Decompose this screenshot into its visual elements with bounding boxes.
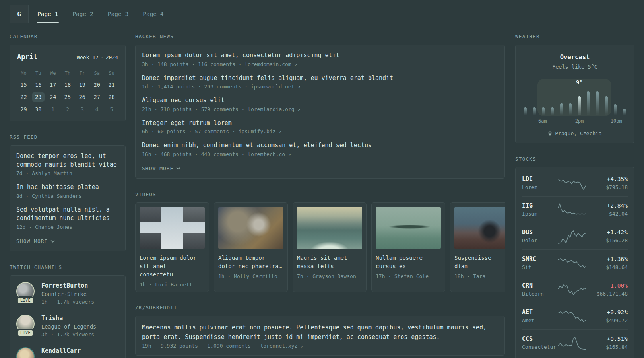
video-thumbnail[interactable] <box>218 207 283 249</box>
subreddit-post-title[interactable]: Maecenas mollis pulvinar erat non posuer… <box>142 323 498 342</box>
stock-symbol: DBS <box>522 228 558 237</box>
video-thumbnail[interactable] <box>454 207 505 249</box>
video-thumbnail[interactable] <box>376 207 441 249</box>
video-card[interactable]: Aliquam tempor dolor nec pharetra… 1h · … <box>214 202 288 292</box>
stock-row[interactable]: LDI Lorem +4.35% $795.18 <box>522 170 628 196</box>
stock-row[interactable]: DBS Dolor +1.42% $156.28 <box>522 223 628 249</box>
twitch-section: TWITCH CHANNELS LIVE ForrestBurton Count… <box>10 264 126 358</box>
stock-values-block: +0.51% $165.84 <box>587 335 628 351</box>
stock-sparkline <box>558 335 587 351</box>
video-card[interactable]: Lorem ipsum dolor sit amet consectetu… 1… <box>135 202 209 292</box>
hackernews-item-domain[interactable]: ipsumworld.net <box>251 84 295 90</box>
stocks-header: STOCKS <box>515 156 634 162</box>
rss-item-title[interactable]: In hac habitasse platea <box>16 183 119 192</box>
stock-row[interactable]: IIG Ipsum +2.84% $42.04 <box>522 196 628 223</box>
stock-symbol: LDI <box>522 175 558 183</box>
hackernews-item-domain[interactable]: loremlandia.org <box>248 106 294 112</box>
rss-section: RSS FEED Donec tempor eros leo, ut commo… <box>10 134 126 251</box>
calendar-day-selected: 23 <box>32 92 45 102</box>
video-card[interactable]: Suspendisse diam 18h · Tara <box>450 202 505 292</box>
video-title[interactable]: Lorem ipsum dolor sit amet consectetu… <box>140 254 205 279</box>
calendar-day: 1 <box>47 104 59 115</box>
twitch-channel[interactable]: LIVE ForrestBurton Counter-Strike 1h · 1… <box>16 282 119 305</box>
avatar[interactable] <box>16 347 35 358</box>
hackernews-item-domain[interactable]: ipsumify.biz <box>239 128 276 134</box>
stock-spark-block <box>558 228 587 244</box>
stock-name: Dolor <box>522 237 558 245</box>
hackernews-item-title[interactable]: Lorem ipsum dolor sit amet, consectetur … <box>142 51 498 60</box>
tab-page-1[interactable]: Page 1 <box>32 5 64 23</box>
map-pin-icon <box>548 131 552 136</box>
subreddit-header: /R/SUBREDDIT <box>135 305 505 311</box>
twitch-channel-meta: 1h · 1.7k viewers <box>41 299 94 305</box>
hackernews-item-domain[interactable]: loremdomain.com <box>244 61 291 67</box>
hackernews-item-title[interactable]: Integer eget rutrum lorem <box>142 119 498 128</box>
stock-values-block: +0.92% $499.72 <box>587 308 628 325</box>
twitch-channel-name[interactable]: ForrestBurton <box>41 282 94 289</box>
video-card[interactable]: Nullam posuere cursus ex 17h · Stefan Co… <box>371 202 445 292</box>
live-badge: LIVE <box>18 298 33 303</box>
hackernews-item-meta: 1d · 1,414 points · 299 comments · ipsum… <box>142 84 498 90</box>
stock-row[interactable]: AHS +0.46% <box>522 356 628 358</box>
external-link-icon: ↗ <box>288 152 291 157</box>
hackernews-item: Donec enim nibh, condimentum et accumsan… <box>142 141 498 157</box>
rss-item: In hac habitasse platea 8d · Cynthia Sau… <box>16 183 119 199</box>
subreddit-post-domain[interactable]: loremnet.xyz <box>260 343 297 349</box>
rss-item-title[interactable]: Donec tempor eros leo, ut commodo mauris… <box>16 152 119 169</box>
video-thumbnail[interactable] <box>297 207 362 249</box>
stock-id-block: CRN Bitcorn <box>522 282 558 298</box>
external-link-icon: ↗ <box>279 129 281 134</box>
twitch-channel-name[interactable]: KendallCarr <box>41 347 81 354</box>
rss-item: Sed volutpat nulla nisl, a condimentum n… <box>16 206 119 230</box>
twitch-channel[interactable]: LIVE Trisha League of Legends 3h · 1.2k … <box>16 315 119 337</box>
stock-name: Consectetur <box>522 343 558 351</box>
hackernews-list: Lorem ipsum dolor sit amet, consectetur … <box>142 51 498 157</box>
video-title[interactable]: Mauris sit amet massa felis <box>297 254 362 270</box>
twitch-channel-meta: 3h · 1.2k viewers <box>41 331 96 337</box>
calendar-day: 30 <box>32 104 45 115</box>
stock-row[interactable]: AET Amet +0.92% $499.72 <box>522 303 628 329</box>
hackernews-item-domain[interactable]: loremtech.co <box>248 151 285 157</box>
video-meta: 1h · Lori Barnett <box>140 282 205 288</box>
rss-item-title[interactable]: Sed volutpat nulla nisl, a condimentum n… <box>16 206 119 223</box>
tab-page-3[interactable]: Page 3 <box>102 5 134 23</box>
stock-row[interactable]: SNRC Sit +1.36% $148.64 <box>522 249 628 276</box>
weather-bar <box>560 103 563 115</box>
calendar-day: 29 <box>17 104 30 115</box>
stock-sparkline <box>558 255 587 271</box>
video-title[interactable]: Suspendisse diam <box>454 254 505 270</box>
calendar-day: 26 <box>76 92 88 102</box>
twitch-channel[interactable]: KendallCarr <box>16 347 119 358</box>
subreddit-post: Maecenas mollis pulvinar erat non posuer… <box>142 323 498 349</box>
videos-header: VIDEOS <box>135 191 505 197</box>
app-logo[interactable]: G <box>10 5 29 23</box>
calendar-day: 17 <box>47 80 59 90</box>
weather-bar <box>605 96 608 115</box>
tab-page-4[interactable]: Page 4 <box>137 5 169 23</box>
video-title[interactable]: Aliquam tempor dolor nec pharetra… <box>218 254 283 270</box>
twitch-avatar-wrap: LIVE <box>16 282 35 300</box>
twitch-header: TWITCH CHANNELS <box>10 264 126 270</box>
calendar-day: 20 <box>91 80 103 90</box>
video-meta: 7h · Grayson Dawson <box>297 273 362 279</box>
video-thumbnail[interactable] <box>140 207 205 249</box>
external-link-icon: ↗ <box>297 107 300 112</box>
stock-row[interactable]: CRN Bitcorn -1.00% $66,171.48 <box>522 276 628 303</box>
weather-section: WEATHER Overcast Feels like 5°C 9° 6am2p… <box>515 33 634 143</box>
stock-row[interactable]: CCS Consectetur +0.51% $165.84 <box>522 329 628 356</box>
video-card[interactable]: Mauris sit amet massa felis 7h · Grayson… <box>293 202 367 292</box>
weather-bar <box>596 91 599 115</box>
calendar-day: 27 <box>91 92 103 102</box>
subreddit-card: Maecenas mollis pulvinar erat non posuer… <box>135 316 505 356</box>
hackernews-show-more-button[interactable]: SHOW MORE <box>142 165 180 171</box>
hackernews-item-title[interactable]: Aliquam nec cursus elit <box>142 96 498 105</box>
rss-show-more-button[interactable]: SHOW MORE <box>16 238 55 244</box>
video-title[interactable]: Nullam posuere cursus ex <box>376 254 441 270</box>
twitch-channel-name[interactable]: Trisha <box>41 315 96 322</box>
tab-page-2[interactable]: Page 2 <box>67 5 99 23</box>
stock-sparkline <box>558 308 587 324</box>
twitch-card: LIVE ForrestBurton Counter-Strike 1h · 1… <box>10 275 126 358</box>
hackernews-item-title[interactable]: Donec enim nibh, condimentum et accumsan… <box>142 141 498 150</box>
hackernews-item-title[interactable]: Donec imperdiet augue tincidunt felis al… <box>142 74 498 83</box>
stock-id-block: AET Amet <box>522 308 558 325</box>
